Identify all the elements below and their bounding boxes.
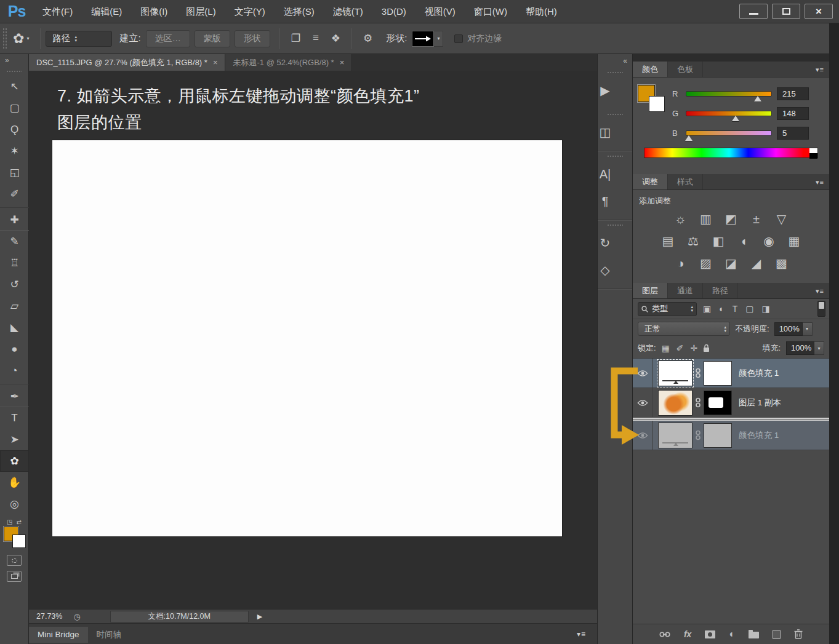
icon-lock-image-pixels[interactable]: ✐ <box>676 343 684 353</box>
menu-item[interactable]: 文字(Y) <box>225 0 275 23</box>
menu-item[interactable]: 窗口(W) <box>465 0 516 23</box>
menu-item[interactable]: 3D(D) <box>372 0 415 23</box>
maximize-button[interactable] <box>772 4 800 19</box>
icon-path-arrange[interactable]: ❖ <box>325 32 347 45</box>
zoom-level-field[interactable]: 27.73% <box>29 612 68 621</box>
icon-character[interactable]: A| <box>598 161 612 188</box>
icon-paragraph[interactable]: ¶ <box>598 188 612 215</box>
layer-style-icon[interactable]: fx <box>684 629 691 639</box>
layer-row-layer-1-copy[interactable]: 图层 1 副本 <box>633 388 829 418</box>
chevron-down-icon[interactable]: ▾ <box>814 341 824 355</box>
menu-item[interactable]: 图像(I) <box>131 0 177 23</box>
canvas-document[interactable] <box>52 140 562 536</box>
tab-close-icon[interactable]: × <box>340 58 345 67</box>
filter-kind-select[interactable]: 类型 ▴▾ <box>638 302 697 316</box>
shape-style-picker[interactable]: ▾ <box>412 31 443 47</box>
dock-grip[interactable] <box>607 113 623 116</box>
visibility-toggle[interactable] <box>633 421 653 450</box>
toolbar-grip[interactable] <box>6 70 22 73</box>
tab-color[interactable]: 颜色 <box>633 62 668 77</box>
add-mask-icon[interactable] <box>705 630 715 638</box>
background-color-swatch[interactable] <box>649 96 665 112</box>
channel-value-field[interactable]: 148 <box>777 107 809 120</box>
new-adjustment-layer-icon[interactable]: ◐ <box>729 629 735 640</box>
status-menu-arrow-icon[interactable]: ▶ <box>249 613 271 621</box>
make-button[interactable]: 形状 <box>235 30 270 47</box>
filter-toggle-switch[interactable] <box>817 301 825 317</box>
layer-name[interactable]: 颜色填充 1 <box>739 430 779 441</box>
fill-layer-thumbnail[interactable] <box>659 423 692 448</box>
layer-mask-thumbnail[interactable] <box>704 391 731 415</box>
fill-field[interactable]: 100% ▾ <box>786 341 824 355</box>
channel-value-field[interactable]: 215 <box>777 87 809 100</box>
expand-panels-icon[interactable]: « <box>598 54 632 68</box>
icon-history[interactable]: ↻ <box>598 229 612 256</box>
close-button[interactable]: × <box>805 4 833 19</box>
icon-gradient-map[interactable]: ◢ <box>749 250 764 277</box>
menu-item[interactable]: 视图(V) <box>415 0 465 23</box>
layer-row-color-fill-1[interactable]: 颜色填充 1 <box>633 359 829 388</box>
tool-button-crop[interactable]: ◱ <box>0 162 29 183</box>
tab-layers[interactable]: 图层 <box>633 283 668 298</box>
panel-menu-icon[interactable]: ▾≡ <box>811 174 829 189</box>
tool-button-brush[interactable]: ✎ <box>0 231 29 252</box>
screen-mode-button[interactable] <box>7 571 22 582</box>
tool-button-dodge[interactable]: ◔ <box>0 360 29 381</box>
slider-thumb-icon[interactable] <box>754 96 761 101</box>
tab-close-icon[interactable]: × <box>213 58 218 67</box>
visibility-toggle[interactable] <box>633 388 653 417</box>
icon-properties[interactable]: ◫ <box>598 119 612 146</box>
document-tab-active[interactable]: DSC_1115.JPG @ 27.7% (颜色填充 1, RGB/8) * × <box>29 54 225 71</box>
dock-grip[interactable] <box>607 155 623 158</box>
quick-mask-button[interactable] <box>7 555 22 566</box>
visibility-toggle[interactable] <box>633 359 653 388</box>
new-layer-icon[interactable] <box>773 630 781 639</box>
channel-slider[interactable] <box>686 130 772 136</box>
tool-mode-select[interactable]: 路径 ▴▾ <box>46 31 112 47</box>
tool-button-path-select[interactable]: ➤ <box>0 429 29 450</box>
icon-threshold[interactable]: ◪ <box>724 250 739 277</box>
lock-all-icon[interactable] <box>703 344 710 352</box>
icon-path-alignment[interactable]: ≡ <box>307 32 325 45</box>
tool-button-lasso[interactable]: Ǫ <box>0 119 29 140</box>
tab-adjustments[interactable]: 调整 <box>633 174 668 189</box>
tool-button-clone-stamp[interactable]: ♖ <box>0 252 29 274</box>
new-group-icon[interactable] <box>749 632 759 638</box>
icon-lock-transparent-pixels[interactable]: ▦ <box>662 343 670 353</box>
tab-channels[interactable]: 通道 <box>668 283 703 298</box>
slider-thumb-icon[interactable] <box>685 135 692 141</box>
menu-item[interactable]: 滤镜(T) <box>324 0 372 23</box>
icon-lock-position[interactable]: ✛ <box>691 343 698 353</box>
tool-button-hand[interactable]: ✋ <box>0 472 29 493</box>
color-spectrum-ramp[interactable] <box>644 148 818 158</box>
tool-button-spot-healing[interactable]: ✚ <box>0 207 29 231</box>
delete-layer-icon[interactable] <box>794 629 803 639</box>
tool-button-custom-shape[interactable]: ✿ <box>0 450 29 472</box>
menu-item[interactable]: 文件(F) <box>33 0 82 23</box>
icon-invert[interactable]: ◑ <box>673 250 688 277</box>
icon-filter-pixel[interactable]: ▣ <box>703 304 711 314</box>
panel-menu-icon[interactable]: ▾≡ <box>811 283 829 298</box>
dock-grip[interactable] <box>607 71 623 74</box>
make-button[interactable]: 蒙版 <box>195 30 230 47</box>
tool-button-move[interactable]: ↖ <box>0 76 29 97</box>
channel-slider[interactable] <box>686 91 772 97</box>
icon-path-operations[interactable]: ❐ <box>285 32 307 45</box>
icon-color-lookup[interactable]: ▦ <box>787 228 801 255</box>
panel-menu-icon[interactable]: ▾≡ <box>577 630 586 638</box>
tool-button-zoom[interactable]: ◎ <box>0 493 29 515</box>
fill-layer-thumbnail[interactable] <box>659 361 692 386</box>
menu-item[interactable]: 图层(L) <box>177 0 225 23</box>
tool-button-type[interactable]: T <box>0 407 29 429</box>
align-edges-checkbox[interactable] <box>454 34 463 43</box>
swap-colors-icon[interactable]: ⇄ <box>17 519 22 525</box>
tool-button-pen[interactable]: ✒ <box>0 384 29 407</box>
tool-preset-picker[interactable]: ✿ ▾ <box>10 31 35 47</box>
minimize-button[interactable] <box>739 4 768 19</box>
toolbar-collapse-icon[interactable]: » <box>0 54 28 69</box>
make-button[interactable]: 选区… <box>146 30 190 47</box>
icon-posterize[interactable]: ▨ <box>699 250 713 277</box>
link-layers-icon[interactable] <box>659 632 670 637</box>
chevron-down-icon[interactable]: ▾ <box>434 31 443 47</box>
layer-mask-thumbnail[interactable] <box>704 362 731 385</box>
